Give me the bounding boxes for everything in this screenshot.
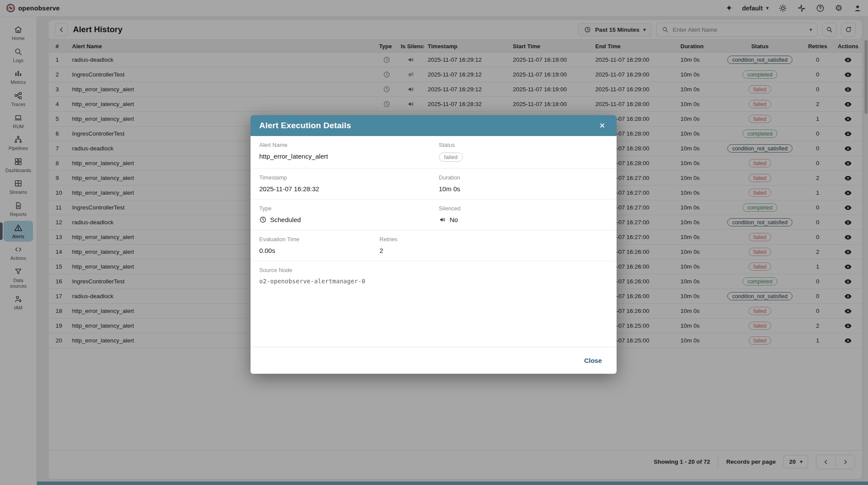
status-label: Status (439, 142, 608, 148)
duration-value: 10m 0s (439, 185, 608, 193)
speaker-icon (439, 216, 446, 223)
alert-name-value: http_error_latency_alert (259, 153, 439, 160)
type-value: Scheduled (259, 216, 439, 223)
close-button[interactable]: Close (579, 353, 607, 368)
dialog-footer: Close (251, 347, 617, 374)
silenced-value: No (439, 216, 608, 223)
dialog-title: Alert Execution Details (259, 121, 351, 130)
status-badge: failed (439, 153, 463, 162)
evaluation-time-label: Evaluation Time (259, 236, 380, 242)
retries-label: Retries (380, 236, 608, 242)
silenced-label: Silenced (439, 205, 608, 212)
alert-name-label: Alert Name (259, 142, 439, 148)
clock-icon (259, 216, 267, 223)
evaluation-time-value: 0.00s (259, 247, 380, 254)
close-icon[interactable]: ✕ (597, 120, 608, 132)
source-node-label: Source Node (259, 267, 608, 273)
duration-label: Duration (439, 174, 608, 181)
retries-value: 2 (380, 247, 608, 254)
timestamp-label: Timestamp (259, 174, 439, 181)
type-label: Type (259, 205, 439, 212)
timestamp-value: 2025-11-07 16:28:32 (259, 185, 439, 193)
source-node-value: o2-openobserve-alertmanager-0 (259, 278, 608, 285)
alert-execution-details-dialog: Alert Execution Details ✕ Alert Name htt… (251, 115, 617, 374)
dialog-body: Alert Name http_error_latency_alert Stat… (251, 136, 617, 347)
dialog-header: Alert Execution Details ✕ (251, 115, 617, 136)
